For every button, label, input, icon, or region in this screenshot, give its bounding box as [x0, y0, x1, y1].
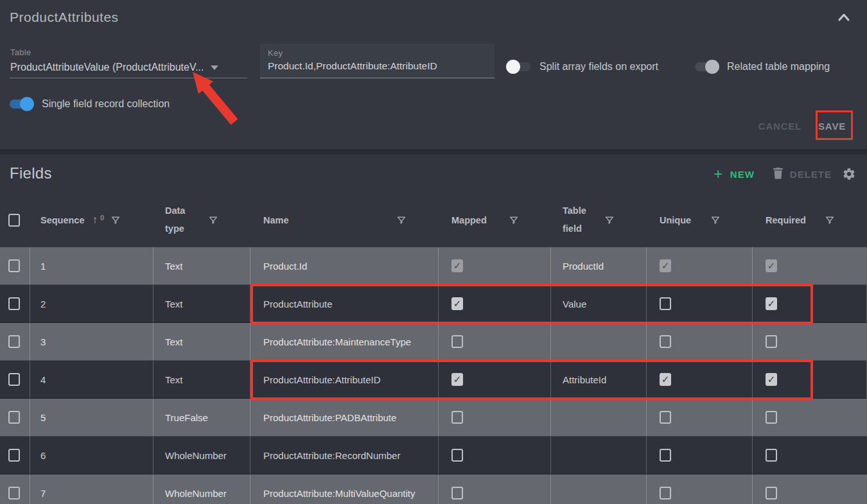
- plus-icon: +: [714, 168, 722, 180]
- row-select-checkbox[interactable]: [8, 335, 20, 348]
- name-cell: ProductAttribute:AttributeID: [250, 361, 439, 398]
- table-row[interactable]: 3TextProductAttribute:MaintenanceType: [0, 323, 867, 361]
- filter-icon[interactable]: [604, 215, 615, 225]
- name-cell: ProductAttribute:MaintenanceType: [250, 323, 439, 360]
- required-checkbox[interactable]: [766, 373, 777, 386]
- unique-checkbox[interactable]: [660, 259, 671, 272]
- page-title: ProductAttributes: [10, 10, 119, 25]
- sequence-cell: 3: [30, 323, 153, 360]
- name-cell: ProductAttribute:RecordNumber: [250, 437, 439, 474]
- new-field-button[interactable]: + NEW: [714, 168, 754, 180]
- filter-icon[interactable]: [208, 215, 218, 225]
- save-button[interactable]: SAVE: [818, 121, 846, 132]
- required-checkbox[interactable]: [766, 297, 777, 310]
- table-row[interactable]: 1TextProduct.IdProductId: [0, 247, 867, 285]
- cancel-button[interactable]: CANCEL: [758, 121, 801, 132]
- column-header-unique[interactable]: Unique: [647, 215, 753, 225]
- row-select-checkbox[interactable]: [8, 487, 20, 500]
- column-header-required[interactable]: Required: [753, 215, 867, 225]
- unique-checkbox[interactable]: [660, 373, 671, 386]
- mapped-checkbox[interactable]: [451, 335, 463, 348]
- column-header-name[interactable]: Name: [250, 215, 439, 225]
- row-select-checkbox[interactable]: [8, 297, 20, 310]
- screen: ProductAttributes Table ProductAttribute…: [0, 0, 867, 504]
- mapped-checkbox[interactable]: [451, 487, 463, 500]
- sequence-cell: 5: [30, 399, 153, 436]
- data-type-cell: Text: [153, 247, 250, 284]
- data-type-cell: Text: [153, 285, 250, 322]
- filter-icon[interactable]: [110, 215, 121, 225]
- table-header-row: Sequence ↑ 0 Data type Name: [0, 193, 867, 247]
- toggle-knob: [20, 97, 34, 111]
- column-label: Table field: [563, 202, 592, 238]
- table-settings-button[interactable]: [842, 167, 856, 181]
- related-table-mapping-toggle[interactable]: Related table mapping: [695, 59, 830, 74]
- filter-icon[interactable]: [396, 215, 407, 225]
- toggle-track: [10, 100, 33, 109]
- mapped-checkbox[interactable]: [451, 373, 463, 386]
- sequence-cell: 4: [30, 361, 153, 398]
- table-select[interactable]: Table ProductAttributeValue (ProductAttr…: [10, 44, 247, 78]
- related-table-mapping-label: Related table mapping: [727, 61, 830, 73]
- unique-checkbox[interactable]: [660, 411, 671, 424]
- column-header-table-field[interactable]: Table field: [551, 202, 647, 238]
- row-select-checkbox[interactable]: [8, 411, 20, 424]
- single-field-record-collection-toggle[interactable]: Single field record collection: [10, 96, 170, 112]
- fields-panel: Fields + NEW DELETE: [0, 154, 867, 504]
- unique-checkbox[interactable]: [660, 449, 671, 462]
- unique-checkbox[interactable]: [660, 335, 671, 348]
- split-array-fields-label: Split array fields on export: [539, 61, 658, 73]
- sort-order-badge: 0: [100, 214, 104, 222]
- data-type-cell: Text: [153, 323, 250, 360]
- data-type-cell: WholeNumber: [153, 437, 250, 474]
- sequence-cell: 1: [30, 247, 153, 284]
- mapped-checkbox[interactable]: [451, 411, 463, 424]
- column-header-data-type[interactable]: Data type: [153, 202, 250, 238]
- filter-icon[interactable]: [710, 215, 721, 225]
- unique-checkbox[interactable]: [660, 297, 671, 310]
- table-row[interactable]: 2TextProductAttributeValue: [0, 285, 867, 323]
- mapped-checkbox[interactable]: [451, 297, 463, 310]
- key-field[interactable]: Key Product.Id,ProductAttribute:Attribut…: [260, 44, 495, 78]
- sequence-cell: 2: [30, 285, 153, 322]
- table-row[interactable]: 4TextProductAttribute:AttributeIDAttribu…: [0, 361, 867, 399]
- required-checkbox[interactable]: [766, 487, 777, 500]
- key-field-value: Product.Id,ProductAttribute:AttributeID: [268, 60, 487, 72]
- row-select-checkbox[interactable]: [8, 449, 20, 462]
- data-type-cell: TrueFalse: [153, 399, 250, 436]
- panel-divider: [0, 150, 867, 154]
- mapped-checkbox[interactable]: [451, 259, 463, 272]
- row-select-checkbox[interactable]: [8, 259, 20, 272]
- collapse-panel-button[interactable]: [835, 10, 853, 26]
- mapped-checkbox[interactable]: [451, 449, 463, 462]
- sequence-cell: 6: [30, 437, 153, 474]
- column-header-mapped[interactable]: Mapped: [439, 215, 551, 225]
- toggle-knob: [705, 60, 719, 74]
- required-checkbox[interactable]: [766, 411, 777, 424]
- table-row[interactable]: 5TrueFalseProductAttribute:PADBAttribute: [0, 399, 867, 437]
- column-label: Data type: [165, 202, 200, 238]
- delete-field-button[interactable]: DELETE: [773, 167, 832, 181]
- table-field-cell: Value: [551, 285, 647, 322]
- data-type-cell: Text: [153, 361, 250, 398]
- select-all-checkbox[interactable]: [8, 214, 20, 227]
- filter-icon[interactable]: [509, 215, 519, 225]
- data-type-cell: WholeNumber: [153, 474, 250, 504]
- required-checkbox[interactable]: [766, 449, 777, 462]
- table-row[interactable]: 6WholeNumberProductAttribute:RecordNumbe…: [0, 437, 867, 474]
- single-field-record-collection-label: Single field record collection: [42, 98, 170, 110]
- panel-actions: CANCEL SAVE: [758, 121, 846, 132]
- required-checkbox[interactable]: [766, 335, 777, 348]
- unique-checkbox[interactable]: [660, 487, 671, 500]
- name-cell: ProductAttribute: [250, 285, 439, 322]
- row-select-checkbox[interactable]: [8, 373, 20, 386]
- fields-toolbar: + NEW DELETE: [714, 167, 856, 181]
- column-header-sequence[interactable]: Sequence ↑ 0: [30, 214, 153, 227]
- table-row[interactable]: 7WholeNumberProductAttribute:MultiValueQ…: [0, 474, 867, 504]
- filter-icon[interactable]: [825, 215, 835, 225]
- required-checkbox[interactable]: [766, 259, 777, 272]
- fields-title: Fields: [10, 164, 52, 182]
- split-array-fields-toggle[interactable]: Split array fields on export: [507, 59, 658, 74]
- name-cell: ProductAttribute:MultiValueQuantity: [250, 474, 439, 504]
- table-select-value: ProductAttributeValue (ProductAttributeV…: [10, 62, 204, 73]
